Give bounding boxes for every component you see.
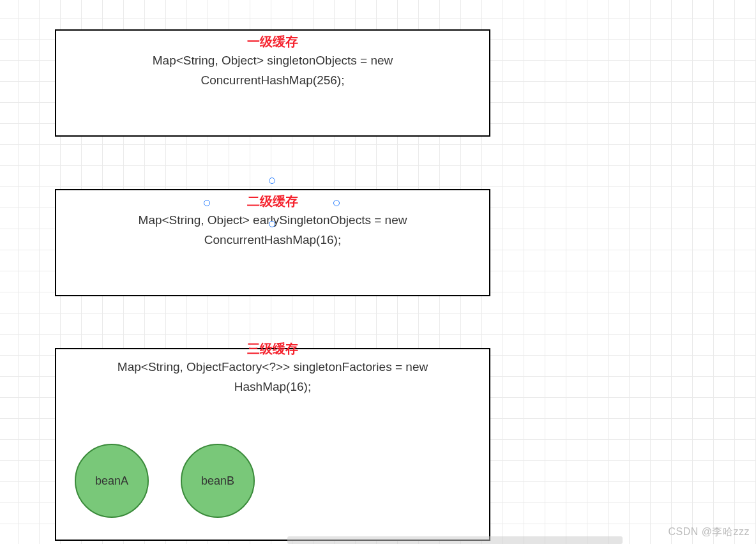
- title-level-1: 一级缓存: [56, 31, 489, 50]
- box-level-2-cache[interactable]: 二级缓存 Map<String, Object> earlySingletonO…: [55, 189, 490, 296]
- bean-b-label: beanB: [201, 474, 234, 488]
- bean-b-node: beanB: [181, 444, 255, 518]
- code-level-1-line-2: ConcurrentHashMap(256);: [56, 70, 489, 90]
- bean-a-node: beanA: [75, 444, 149, 518]
- title-level-2: 二级缓存: [56, 190, 489, 210]
- bean-a-label: beanA: [95, 474, 128, 488]
- code-level-1-line-1: Map<String, Object> singletonObjects = n…: [56, 50, 489, 70]
- selection-handle-left[interactable]: [204, 200, 210, 206]
- code-level-2-line-2: ConcurrentHashMap(16);: [56, 230, 489, 250]
- horizontal-scrollbar[interactable]: [287, 536, 623, 544]
- selection-handle-bottom[interactable]: [269, 221, 275, 227]
- box-level-3-cache: 三级缓存 Map<String, ObjectFactory<?>> singl…: [55, 348, 490, 541]
- box-level-1-cache: 一级缓存 Map<String, Object> singletonObject…: [55, 29, 490, 137]
- selection-handle-top[interactable]: [269, 178, 275, 184]
- watermark: CSDN @李哈zzz: [668, 525, 750, 539]
- selection-handle-right[interactable]: [333, 200, 340, 206]
- code-level-3-line-2: HashMap(16);: [56, 377, 489, 397]
- code-level-3-line-1: Map<String, ObjectFactory<?>> singletonF…: [56, 349, 489, 377]
